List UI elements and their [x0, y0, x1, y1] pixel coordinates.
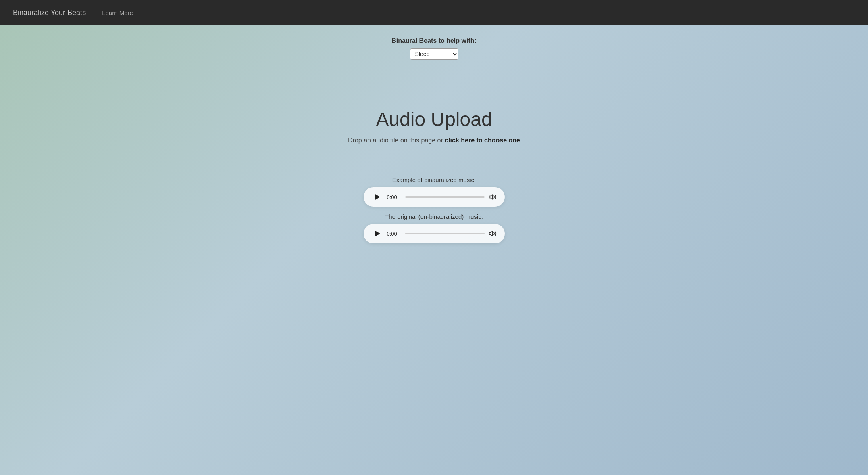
time-display-binauralized: 0:00	[387, 194, 401, 200]
main-content: Binaural Beats to help with: Sleep Focus…	[0, 0, 868, 475]
beats-selector-section: Binaural Beats to help with: Sleep Focus…	[391, 37, 477, 60]
app-brand: Binauralize Your Beats	[13, 8, 86, 17]
original-label: The original (un-binauralized) music:	[385, 213, 483, 220]
binauralized-audio-player: 0:00	[364, 187, 505, 207]
svg-marker-1	[489, 231, 492, 236]
learn-more-link[interactable]: Learn More	[102, 9, 133, 16]
beats-type-select[interactable]: Sleep Focus Relaxation Meditation Energy	[410, 48, 458, 60]
upload-description-text: Drop an audio file on this page or	[348, 137, 445, 144]
volume-svg-binauralized	[489, 193, 497, 201]
progress-bar-binauralized[interactable]	[405, 196, 485, 198]
audio-upload-section: Audio Upload Drop an audio file on this …	[348, 108, 520, 144]
play-button-binauralized[interactable]	[372, 191, 383, 203]
volume-svg-original	[489, 230, 497, 238]
beats-selector-label: Binaural Beats to help with:	[391, 37, 477, 44]
navbar: Binauralize Your Beats Learn More	[0, 0, 868, 25]
audio-upload-title: Audio Upload	[376, 108, 492, 130]
time-display-original: 0:00	[387, 231, 401, 237]
play-icon-original	[375, 230, 380, 237]
svg-marker-0	[489, 195, 492, 199]
progress-bar-original[interactable]	[405, 233, 485, 234]
audio-upload-link[interactable]: click here to choose one	[445, 137, 520, 144]
binauralized-label: Example of binauralized music:	[392, 176, 476, 183]
example-music-section: Example of binauralized music: 0:00 The …	[364, 176, 505, 243]
original-audio-player: 0:00	[364, 224, 505, 243]
play-button-original[interactable]	[372, 228, 383, 239]
play-icon-binauralized	[375, 194, 380, 200]
volume-icon-original[interactable]	[489, 230, 497, 238]
volume-icon-binauralized[interactable]	[489, 193, 497, 201]
audio-upload-description: Drop an audio file on this page or click…	[348, 137, 520, 144]
